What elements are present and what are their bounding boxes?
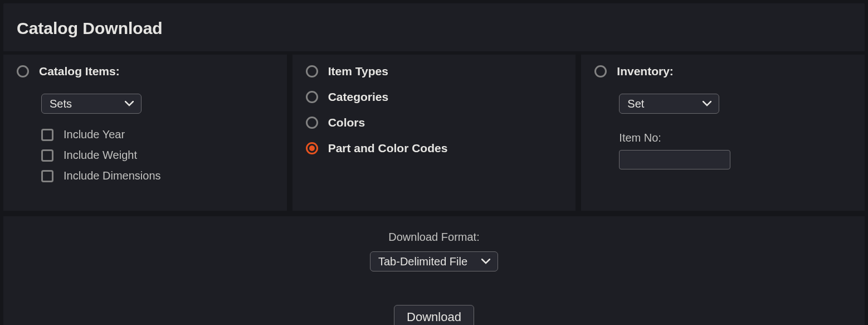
radio-catalog-items[interactable]: Catalog Items: — [17, 65, 274, 78]
radio-icon — [306, 117, 318, 129]
checkbox-include-dimensions[interactable]: Include Dimensions — [41, 169, 274, 182]
checkbox-icon — [41, 129, 53, 141]
radio-colors[interactable]: Colors — [306, 116, 563, 129]
item-no-input[interactable] — [619, 150, 730, 169]
checkbox-label: Include Weight — [64, 149, 137, 162]
footer: Download Format: Tab-Delimited File Down… — [3, 211, 865, 325]
download-format-select[interactable]: Tab-Delimited File — [370, 251, 498, 271]
radio-item-types[interactable]: Item Types — [306, 65, 563, 78]
download-format-label: Download Format: — [3, 231, 865, 244]
radio-icon — [306, 142, 318, 154]
checkbox-include-weight[interactable]: Include Weight — [41, 149, 274, 162]
radio-icon — [17, 65, 29, 77]
radio-label: Colors — [328, 116, 365, 129]
radio-part-color-codes[interactable]: Part and Color Codes — [306, 142, 563, 155]
catalog-items-select-wrap: Sets — [41, 94, 142, 114]
panel-inventory: Inventory: Set Item No: — [581, 55, 865, 211]
checkbox-icon — [41, 170, 53, 182]
checkbox-include-year[interactable]: Include Year — [41, 128, 274, 141]
radio-icon — [306, 91, 318, 103]
download-format-select-wrap: Tab-Delimited File — [370, 251, 498, 271]
panel-lookup-types: Item Types Categories Colors Part and Co… — [292, 55, 576, 211]
page-title: Catalog Download — [17, 19, 851, 38]
inventory-select[interactable]: Set — [619, 94, 719, 114]
radio-label: Part and Color Codes — [328, 142, 448, 155]
item-no-label: Item No: — [619, 132, 851, 144]
checkbox-icon — [41, 149, 53, 162]
radio-categories[interactable]: Categories — [306, 90, 563, 104]
columns-container: Catalog Items: Sets Include Year — [3, 55, 865, 211]
radio-label: Inventory: — [617, 65, 674, 78]
download-button[interactable]: Download — [394, 305, 474, 325]
radio-icon — [594, 65, 607, 77]
radio-label: Item Types — [328, 65, 388, 78]
catalog-items-select[interactable]: Sets — [41, 94, 142, 114]
radio-label: Categories — [328, 90, 389, 104]
checkbox-label: Include Dimensions — [64, 169, 161, 182]
inventory-select-wrap: Set — [619, 94, 719, 114]
radio-label: Catalog Items: — [39, 65, 120, 78]
panel-catalog-items: Catalog Items: Sets Include Year — [3, 55, 287, 211]
page-header: Catalog Download — [3, 3, 865, 55]
checkbox-label: Include Year — [64, 128, 125, 141]
radio-icon — [306, 65, 318, 77]
radio-inventory[interactable]: Inventory: — [594, 65, 851, 78]
